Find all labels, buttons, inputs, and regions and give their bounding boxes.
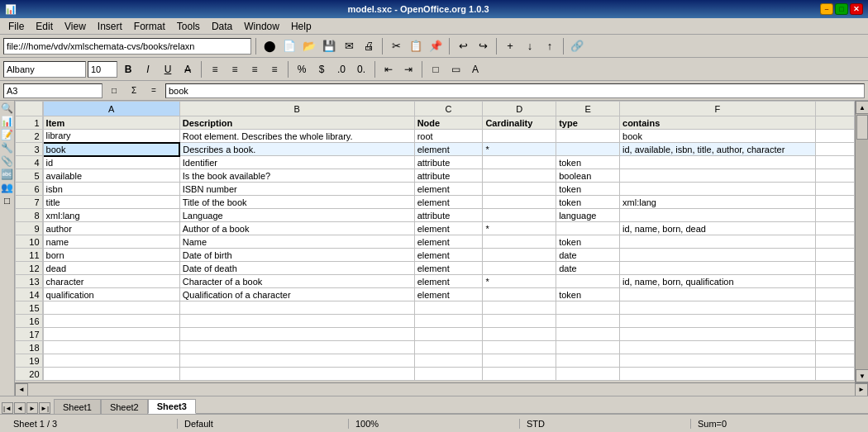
cell-D20[interactable] xyxy=(483,368,556,381)
cell-F18[interactable] xyxy=(620,341,816,354)
cell-F2[interactable]: book xyxy=(620,130,816,143)
scroll-right-button[interactable]: ► xyxy=(855,383,868,396)
cell-D8[interactable] xyxy=(483,209,556,222)
cell-B14[interactable]: Qualification of a character xyxy=(179,288,414,301)
cell-D3[interactable]: * xyxy=(483,143,556,156)
cell-A6[interactable]: isbn xyxy=(43,183,180,196)
function-wizard-button[interactable]: □ xyxy=(105,82,123,100)
menu-item-insert[interactable]: Insert xyxy=(93,19,127,34)
cell-F11[interactable] xyxy=(620,249,816,262)
cell-D13[interactable]: * xyxy=(483,275,556,288)
cell-B11[interactable]: Date of birth xyxy=(179,249,414,262)
cell-A3[interactable]: book xyxy=(43,143,180,156)
cell-B19[interactable] xyxy=(179,354,414,368)
cell-F8[interactable] xyxy=(620,209,816,222)
sidebar-icon-3[interactable]: 📝 xyxy=(1,129,13,140)
cell-E7[interactable]: token xyxy=(556,196,620,209)
cell-E18[interactable] xyxy=(556,341,620,354)
sheet-tab-sheet3[interactable]: Sheet3 xyxy=(148,399,196,414)
cell-B12[interactable]: Date of death xyxy=(179,262,414,275)
cell-B3[interactable]: Describes a book. xyxy=(179,143,414,156)
decimal-inc-button[interactable]: .0 xyxy=(332,60,351,78)
cell-A1[interactable]: Item xyxy=(43,116,180,130)
sidebar-icon-6[interactable]: 🔤 xyxy=(1,169,13,180)
menu-item-format[interactable]: Format xyxy=(129,19,170,34)
cell-A19[interactable] xyxy=(43,354,180,368)
cell-E14[interactable]: token xyxy=(556,288,620,301)
cell-A13[interactable]: character xyxy=(43,275,180,288)
sheet-nav-last[interactable]: ►| xyxy=(39,402,50,414)
cell-F15[interactable] xyxy=(620,301,816,315)
sum-button[interactable]: Σ xyxy=(125,82,143,100)
cell-E16[interactable] xyxy=(556,315,620,328)
horizontal-scrollbar[interactable]: ◄ ► xyxy=(15,382,868,396)
cell-E6[interactable]: token xyxy=(556,183,620,196)
align-right-button[interactable]: ≡ xyxy=(246,60,264,78)
cell-C18[interactable] xyxy=(414,341,483,354)
cell-C7[interactable]: element xyxy=(414,196,483,209)
cell-C16[interactable] xyxy=(414,315,483,328)
cell-B6[interactable]: ISBN number xyxy=(179,183,414,196)
col-header-F[interactable]: F xyxy=(620,102,816,116)
equals-button[interactable]: = xyxy=(145,82,163,100)
cell-E8[interactable]: language xyxy=(556,209,620,222)
stop-button[interactable]: ⬤ xyxy=(260,37,279,55)
open-button[interactable]: 📂 xyxy=(300,37,318,55)
sheet-tab-sheet2[interactable]: Sheet2 xyxy=(101,399,148,414)
cell-C14[interactable]: element xyxy=(414,288,483,301)
cell-C4[interactable]: attribute xyxy=(414,156,483,169)
cell-E2[interactable] xyxy=(556,130,620,143)
maximize-button[interactable]: □ xyxy=(835,3,848,15)
cell-C2[interactable]: root xyxy=(414,130,483,143)
cell-E12[interactable]: date xyxy=(556,262,620,275)
cell-F4[interactable] xyxy=(620,156,816,169)
percent-button[interactable]: % xyxy=(293,60,311,78)
cell-B15[interactable] xyxy=(179,301,414,315)
cell-B5[interactable]: Is the book available? xyxy=(179,169,414,183)
cell-E19[interactable] xyxy=(556,354,620,368)
print-button[interactable]: 🖨 xyxy=(360,37,378,55)
cell-A2[interactable]: library xyxy=(43,130,180,143)
scroll-thumb-v[interactable] xyxy=(856,115,868,140)
bold-button[interactable]: B xyxy=(119,60,137,78)
col-header-D[interactable]: D xyxy=(483,102,556,116)
cell-C13[interactable]: element xyxy=(414,275,483,288)
align-center-button[interactable]: ≡ xyxy=(226,60,244,78)
location-bar[interactable]: file:///home/vdv/xmlschemata-cvs/books/r… xyxy=(3,38,251,55)
cell-D1[interactable]: Cardinality xyxy=(483,116,556,130)
cell-D9[interactable]: * xyxy=(483,222,556,235)
cell-F6[interactable] xyxy=(620,183,816,196)
cell-E17[interactable] xyxy=(556,328,620,341)
currency-button[interactable]: $ xyxy=(312,60,331,78)
cell-E3[interactable] xyxy=(556,143,620,156)
vertical-scrollbar[interactable]: ▲ ▼ xyxy=(855,101,868,382)
cell-C10[interactable]: element xyxy=(414,235,483,249)
cell-F9[interactable]: id, name, born, dead xyxy=(620,222,816,235)
menu-item-edit[interactable]: Edit xyxy=(31,19,58,34)
cell-B10[interactable]: Name xyxy=(179,235,414,249)
cell-A18[interactable] xyxy=(43,341,180,354)
cell-A16[interactable] xyxy=(43,315,180,328)
cell-F3[interactable]: id, available, isbn, title, author, char… xyxy=(620,143,816,156)
menu-item-view[interactable]: View xyxy=(60,19,91,34)
cell-E4[interactable]: token xyxy=(556,156,620,169)
cell-D10[interactable] xyxy=(483,235,556,249)
minimize-button[interactable]: – xyxy=(820,3,833,15)
cell-E10[interactable]: token xyxy=(556,235,620,249)
underline-button[interactable]: U xyxy=(159,60,177,78)
font-name-box[interactable]: Albany xyxy=(3,61,86,78)
cell-D6[interactable] xyxy=(483,183,556,196)
cell-A8[interactable]: xml:lang xyxy=(43,209,180,222)
cell-D14[interactable] xyxy=(483,288,556,301)
cell-A15[interactable] xyxy=(43,301,180,315)
cut-button[interactable]: ✂ xyxy=(387,37,405,55)
sheet-tab-sheet1[interactable]: Sheet1 xyxy=(54,399,101,414)
scroll-left-button[interactable]: ◄ xyxy=(15,383,28,396)
cell-F17[interactable] xyxy=(620,328,816,341)
borders-button[interactable]: □ xyxy=(427,60,445,78)
sidebar-icon-2[interactable]: 📊 xyxy=(1,116,13,127)
cell-A20[interactable] xyxy=(43,368,180,381)
align-left-button[interactable]: ≡ xyxy=(206,60,224,78)
cell-C19[interactable] xyxy=(414,354,483,368)
cell-A11[interactable]: born xyxy=(43,249,180,262)
